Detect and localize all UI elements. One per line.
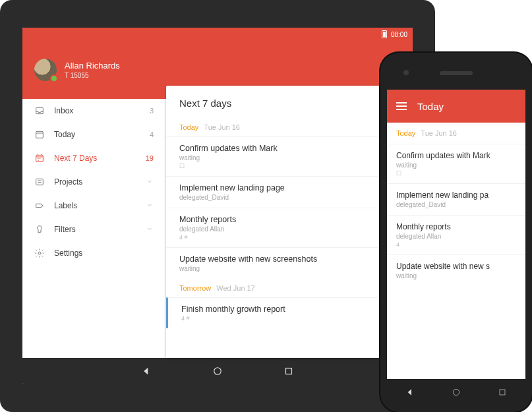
status-bar: 08:00 — [22, 28, 413, 41]
section-date: Tue Jun 16 — [421, 129, 457, 137]
phone-app-header: Today — [387, 90, 525, 123]
sidebar: Inbox 3 Today 4 Next 7 Days 19 — [22, 99, 166, 358]
task-row[interactable]: Monthly reports delegated Allan 4 # — [166, 208, 413, 247]
task-meta: 4 # — [181, 315, 399, 322]
section-header-tomorrow: Tomorrow Wed Jun 17 — [166, 279, 413, 297]
task-title: Implement new landing page — [179, 183, 399, 192]
svg-rect-3 — [36, 179, 44, 185]
calendar-today-icon — [34, 129, 45, 140]
task-subtitle: delegated_David — [396, 201, 516, 208]
filter-icon — [34, 224, 45, 235]
task-subtitle: delegated Allan — [179, 225, 399, 233]
nav-home-button[interactable] — [212, 365, 223, 377]
battery-icon — [382, 30, 387, 38]
tablet-screen: 08:00 Allan Richards T 15055 Inbox 3 — [22, 28, 413, 384]
chevron-down-icon — [146, 201, 154, 211]
task-list-card: Next 7 days Today Tue Jun 16 Confirm upd… — [166, 86, 413, 358]
task-row[interactable]: Monthly reports delegated Allan 4 — [387, 215, 525, 254]
task-subtitle: delegated_David — [179, 194, 399, 201]
svg-rect-0 — [36, 107, 44, 113]
user-subtitle: T 15055 — [65, 72, 120, 79]
sidebar-item-label: Settings — [54, 249, 154, 258]
android-nav-bar — [387, 379, 525, 405]
user-name: Allan Richards — [65, 61, 120, 71]
task-meta: ☐ — [396, 170, 516, 177]
phone-page-title: Today — [417, 101, 444, 112]
sidebar-item-inbox[interactable]: Inbox 3 — [22, 99, 165, 123]
svg-rect-6 — [286, 368, 292, 374]
task-subtitle: waiting — [396, 162, 516, 169]
sidebar-item-count: 4 — [150, 131, 154, 138]
task-subtitle: waiting — [396, 272, 516, 280]
sidebar-item-label: Filters — [54, 225, 136, 234]
nav-recents-button[interactable] — [497, 387, 508, 397]
label-icon — [34, 200, 45, 211]
section-date: Wed Jun 17 — [216, 284, 255, 292]
sidebar-item-label: Inbox — [54, 106, 140, 115]
task-title: Update website with new screenshots — [179, 254, 399, 264]
chevron-down-icon — [146, 225, 154, 235]
phone-speaker — [440, 71, 473, 75]
task-subtitle: waiting — [179, 265, 399, 272]
sidebar-item-settings[interactable]: Settings — [22, 241, 165, 265]
section-header-today: Today Tue Jun 16 — [387, 123, 525, 144]
sidebar-item-projects[interactable]: Projects — [22, 170, 165, 194]
task-title: Update website with new s — [396, 262, 516, 271]
svg-point-4 — [38, 252, 41, 254]
sidebar-item-labels[interactable]: Labels — [22, 194, 165, 218]
user-block[interactable]: Allan Richards T 15055 — [65, 61, 120, 79]
task-row[interactable]: Finish monthly growth report 4 # — [166, 297, 413, 328]
android-nav-bar — [22, 358, 413, 384]
sidebar-item-label: Next 7 Days — [54, 154, 136, 163]
task-title: Implement new landing pa — [396, 191, 516, 200]
sidebar-item-filters[interactable]: Filters — [22, 218, 165, 241]
hamburger-menu-icon[interactable] — [396, 102, 407, 110]
nav-back-button[interactable] — [140, 365, 152, 377]
task-row[interactable]: Implement new landing page delegated_Dav… — [166, 176, 413, 208]
chevron-down-icon — [146, 177, 154, 187]
nav-home-button[interactable] — [451, 387, 461, 397]
section-name: Tomorrow — [179, 284, 211, 292]
sidebar-item-next7days[interactable]: Next 7 Days 19 — [22, 146, 165, 170]
task-title: Monthly reports — [179, 215, 399, 224]
phone-task-list: Today Tue Jun 16 Confirm updates with Ma… — [387, 123, 525, 379]
task-row[interactable]: Implement new landing pa delegated_David — [387, 183, 525, 215]
avatar-status-badge — [50, 74, 58, 82]
main-panel: Next 7 days Today Tue Jun 16 Confirm upd… — [166, 99, 413, 358]
task-row[interactable]: Update website with new s waiting — [387, 254, 525, 286]
nav-back-button[interactable] — [405, 387, 415, 397]
sidebar-item-today[interactable]: Today 4 — [22, 123, 165, 146]
section-header-today: Today Tue Jun 16 — [166, 118, 413, 136]
nav-recents-button[interactable] — [283, 365, 295, 377]
panel-title: Next 7 days — [166, 86, 413, 118]
svg-point-7 — [453, 389, 459, 395]
sidebar-item-label: Projects — [54, 177, 136, 187]
sidebar-item-label: Labels — [54, 201, 136, 210]
section-name: Today — [396, 129, 415, 137]
phone-device: Today Today Tue Jun 16 Confirm updates w… — [380, 53, 532, 412]
svg-point-5 — [214, 368, 222, 375]
phone-screen: Today Today Tue Jun 16 Confirm updates w… — [387, 90, 525, 405]
task-title: Finish monthly growth report — [181, 305, 399, 314]
avatar[interactable] — [34, 59, 57, 81]
task-title: Confirm updates with Mark — [396, 151, 516, 160]
task-title: Confirm updates with Mark — [179, 144, 399, 153]
sidebar-item-count: 3 — [150, 107, 154, 115]
tablet-device: 08:00 Allan Richards T 15055 Inbox 3 — [0, 0, 435, 412]
section-date: Tue Jun 16 — [204, 123, 240, 131]
sidebar-item-count: 19 — [146, 154, 154, 162]
task-row[interactable]: Confirm updates with Mark waiting ☐ — [387, 144, 525, 183]
sidebar-item-label: Today — [54, 130, 140, 139]
task-row[interactable]: Update website with new screenshots wait… — [166, 247, 413, 279]
projects-icon — [34, 177, 45, 187]
task-meta: ☐ — [179, 163, 399, 169]
task-subtitle: delegated Allan — [396, 233, 516, 240]
calendar-week-icon — [34, 153, 45, 163]
svg-rect-1 — [36, 131, 44, 138]
task-subtitle: waiting — [179, 154, 399, 162]
inbox-icon — [34, 105, 45, 116]
status-time: 08:00 — [391, 31, 407, 38]
gear-icon — [34, 248, 45, 258]
phone-camera — [403, 70, 409, 75]
task-row[interactable]: Confirm updates with Mark waiting ☐ — [166, 136, 413, 176]
